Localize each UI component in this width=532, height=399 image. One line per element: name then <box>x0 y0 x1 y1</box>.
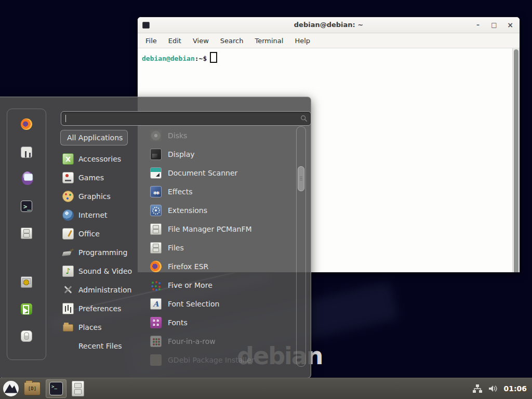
menu-search[interactable]: Search <box>220 37 244 45</box>
effects-icon <box>150 186 162 197</box>
favorite-pidgin[interactable] <box>21 174 32 185</box>
office-icon <box>62 228 74 240</box>
log-out-button[interactable] <box>21 303 32 315</box>
volume-icon[interactable] <box>488 384 498 393</box>
app-document-scanner[interactable]: Document Scanner <box>138 164 294 182</box>
app-firefox-esr[interactable]: Firefox ESR <box>138 257 294 276</box>
category-label: Administration <box>78 286 131 294</box>
menu-view[interactable]: View <box>193 37 209 45</box>
maximize-button[interactable]: □ <box>490 21 498 29</box>
files-launcher[interactable] <box>72 381 84 396</box>
app-files[interactable]: Files <box>138 238 294 257</box>
terminal-scrollbar-thumb[interactable] <box>514 49 518 273</box>
app-file-manager-pcmanfm[interactable]: File Manager PCManFM <box>138 220 294 238</box>
app-label: Files <box>168 244 184 252</box>
app-gdebi-package-installer[interactable]: GDebi Package Installer <box>138 351 294 369</box>
games-icon <box>62 172 74 183</box>
minimize-button[interactable]: – <box>474 21 482 29</box>
terminal-menubar: File Edit View Search Terminal Help <box>138 33 520 48</box>
app-effects[interactable]: Effects <box>138 182 294 201</box>
category-games[interactable]: Games <box>58 168 137 187</box>
category-label: Games <box>78 174 104 182</box>
app-list-scrollbar[interactable] <box>296 126 306 367</box>
firefox-icon <box>150 261 162 272</box>
app-display[interactable]: Display <box>138 145 294 164</box>
terminal-icon <box>49 382 63 395</box>
sound-video-icon <box>62 265 74 277</box>
clock[interactable]: 01:06 <box>503 384 527 393</box>
app-list-scrollbar-thumb[interactable] <box>298 166 304 191</box>
category-label: Places <box>78 323 102 331</box>
settings-icon <box>21 147 32 158</box>
app-label: Extensions <box>168 206 207 215</box>
search-box[interactable] <box>61 111 311 126</box>
search-icon <box>300 115 308 122</box>
favorites-panel <box>7 109 46 360</box>
favorite-firefox[interactable] <box>21 118 32 130</box>
programming-icon <box>62 247 74 258</box>
category-label: Recent Files <box>78 342 122 350</box>
app-font-selection[interactable]: Font Selection <box>138 295 294 313</box>
network-icon[interactable] <box>472 384 483 393</box>
log-out-icon <box>21 303 32 315</box>
app-label: Effects <box>168 188 193 196</box>
category-all-applications[interactable]: All Applications <box>60 130 128 145</box>
app-label: Disks <box>168 131 187 140</box>
category-administration[interactable]: Administration <box>58 281 137 299</box>
app-label: Five or More <box>168 281 212 289</box>
category-label: Accessories <box>78 155 121 163</box>
app-five-or-more[interactable]: Five or More <box>138 276 294 295</box>
lock-screen-button[interactable] <box>21 276 32 288</box>
display-icon <box>150 149 162 160</box>
category-recent-files[interactable]: Recent Files <box>58 337 137 355</box>
font-selection-icon <box>150 298 162 310</box>
category-label: Programming <box>78 248 127 257</box>
five-or-more-icon <box>150 280 162 291</box>
favorite-settings[interactable] <box>21 147 32 158</box>
close-button[interactable]: × <box>506 21 514 29</box>
category-sound-video[interactable]: Sound & Video <box>58 262 137 281</box>
app-fonts[interactable]: Fonts <box>138 313 294 332</box>
app-disks[interactable]: Disks <box>138 126 294 145</box>
disks-icon <box>150 130 162 141</box>
extensions-icon <box>150 205 162 216</box>
search-input[interactable] <box>66 114 300 123</box>
terminal-icon <box>21 201 32 212</box>
app-label: Fonts <box>168 318 188 327</box>
file-manager-launcher[interactable]: [D] <box>24 382 41 395</box>
category-internet[interactable]: Internet <box>58 206 137 224</box>
app-label: Four-in-a-row <box>168 337 216 345</box>
app-label: Document Scanner <box>168 169 237 177</box>
menu-help[interactable]: Help <box>295 37 310 45</box>
category-label: Preferences <box>78 304 121 313</box>
terminal-scrollbar[interactable] <box>512 48 520 273</box>
pidgin-icon <box>21 174 32 185</box>
menu-button[interactable] <box>3 381 19 396</box>
places-icon <box>62 322 74 333</box>
category-graphics[interactable]: Graphics <box>58 187 137 206</box>
gdebi-icon <box>150 354 162 366</box>
file-cabinet-icon <box>150 223 162 235</box>
category-preferences[interactable]: Preferences <box>58 299 137 318</box>
terminal-task-button[interactable] <box>46 379 66 398</box>
menu-terminal[interactable]: Terminal <box>255 37 283 45</box>
menu-file[interactable]: File <box>145 37 157 45</box>
lock-screen-icon <box>21 276 32 288</box>
category-label: Graphics <box>78 192 111 201</box>
favorite-terminal[interactable] <box>21 201 32 212</box>
category-label: Sound & Video <box>78 267 132 275</box>
menu-edit[interactable]: Edit <box>168 37 181 45</box>
four-in-a-row-icon <box>150 336 162 347</box>
favorite-file-manager[interactable] <box>21 228 32 239</box>
app-four-in-a-row[interactable]: Four-in-a-row <box>138 332 294 351</box>
category-office[interactable]: Office <box>58 224 137 243</box>
terminal-cursor <box>210 52 217 63</box>
category-programming[interactable]: Programming <box>58 243 137 262</box>
category-accessories[interactable]: Accessories <box>58 150 137 168</box>
app-extensions[interactable]: Extensions <box>138 201 294 220</box>
category-places[interactable]: Places <box>58 318 137 337</box>
window-title: debian@debian: ~ <box>138 17 520 33</box>
category-label: Office <box>78 230 100 238</box>
terminal-titlebar[interactable]: debian@debian: ~ – □ × <box>138 17 520 33</box>
shut-down-button[interactable] <box>21 330 32 342</box>
